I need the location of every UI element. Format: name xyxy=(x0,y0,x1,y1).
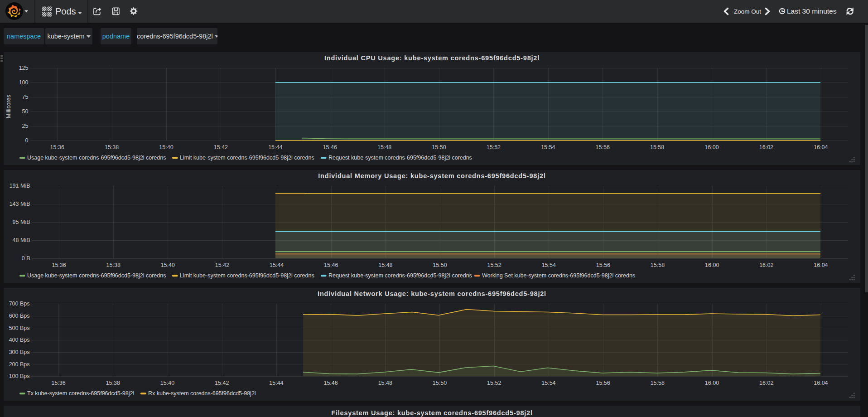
svg-text:15:44: 15:44 xyxy=(268,144,282,150)
svg-text:15:36: 15:36 xyxy=(51,380,65,386)
svg-text:15:44: 15:44 xyxy=(269,380,283,386)
svg-text:Limit kube-system coredns-695f: Limit kube-system coredns-695f96dcd5-98j… xyxy=(180,155,314,161)
svg-text:Rx kube-system coredns-695f96d: Rx kube-system coredns-695f96dcd5-98j2l xyxy=(148,390,256,397)
svg-text:Working Set kube-system coredn: Working Set kube-system coredns-695f96dc… xyxy=(482,272,635,279)
svg-text:Individual Network Usage: kube: Individual Network Usage: kube-system co… xyxy=(318,290,546,297)
svg-text:100: 100 xyxy=(19,79,29,86)
svg-text:16:02: 16:02 xyxy=(759,144,773,150)
svg-text:16:04: 16:04 xyxy=(814,262,828,268)
svg-text:15:46: 15:46 xyxy=(323,144,337,150)
svg-text:Request kube-system coredns-69: Request kube-system coredns-695f96dcd5-9… xyxy=(328,155,472,161)
svg-text:15:40: 15:40 xyxy=(160,380,174,386)
svg-text:15:40: 15:40 xyxy=(159,144,173,150)
svg-text:191 MiB: 191 MiB xyxy=(10,183,30,189)
svg-text:15:46: 15:46 xyxy=(323,380,338,386)
svg-text:Usage kube-system coredns-695f: Usage kube-system coredns-695f96dcd5-98j… xyxy=(27,272,166,279)
svg-text:15:56: 15:56 xyxy=(596,380,610,386)
svg-text:48 MiB: 48 MiB xyxy=(13,237,30,243)
svg-text:100 Bps: 100 Bps xyxy=(9,373,30,379)
svg-text:15:38: 15:38 xyxy=(105,144,119,150)
svg-text:15:44: 15:44 xyxy=(270,262,284,268)
svg-text:15:58: 15:58 xyxy=(651,262,665,268)
svg-text:15:42: 15:42 xyxy=(214,144,228,150)
svg-text:15:46: 15:46 xyxy=(324,262,338,268)
svg-text:15:50: 15:50 xyxy=(433,380,447,386)
svg-text:15:52: 15:52 xyxy=(487,144,501,150)
svg-text:15:50: 15:50 xyxy=(433,262,447,268)
svg-text:15:40: 15:40 xyxy=(161,262,175,268)
svg-text:500 Bps: 500 Bps xyxy=(9,325,30,331)
svg-text:Individual CPU Usage: kube-sys: Individual CPU Usage: kube-system coredn… xyxy=(324,54,540,62)
svg-text:15:54: 15:54 xyxy=(541,380,555,386)
svg-text:16:00: 16:00 xyxy=(705,380,719,386)
svg-text:Filesystem Usage: kube-system: Filesystem Usage: kube-system coredns-69… xyxy=(331,409,533,417)
svg-text:125: 125 xyxy=(19,65,29,71)
svg-text:15:48: 15:48 xyxy=(378,380,392,386)
svg-text:15:54: 15:54 xyxy=(542,262,556,268)
svg-text:15:52: 15:52 xyxy=(487,380,501,386)
svg-text:16:04: 16:04 xyxy=(814,380,828,386)
svg-text:16:00: 16:00 xyxy=(704,144,719,150)
svg-text:Zoom Out: Zoom Out xyxy=(734,8,761,15)
svg-text:700 Bps: 700 Bps xyxy=(9,301,30,307)
svg-text:16:02: 16:02 xyxy=(759,262,773,268)
svg-text:0: 0 xyxy=(25,137,29,144)
svg-text:Request kube-system coredns-69: Request kube-system coredns-695f96dcd5-9… xyxy=(328,272,472,279)
svg-text:Usage kube-system coredns-695f: Usage kube-system coredns-695f96dcd5-98j… xyxy=(27,155,166,161)
svg-text:25: 25 xyxy=(22,123,29,129)
svg-text:15:50: 15:50 xyxy=(432,144,446,150)
svg-text:15:56: 15:56 xyxy=(596,262,610,268)
svg-text:600 Bps: 600 Bps xyxy=(9,313,30,319)
svg-text:50: 50 xyxy=(22,108,29,115)
svg-text:Tx kube-system coredns-695f96d: Tx kube-system coredns-695f96dcd5-98j2l xyxy=(27,390,134,397)
svg-text:16:04: 16:04 xyxy=(814,144,828,150)
svg-text:143 MiB: 143 MiB xyxy=(10,201,30,207)
svg-text:75: 75 xyxy=(22,94,29,100)
svg-text:0 B: 0 B xyxy=(22,255,30,262)
svg-text:15:56: 15:56 xyxy=(596,144,610,150)
svg-text:15:38: 15:38 xyxy=(106,380,120,386)
svg-text:16:02: 16:02 xyxy=(759,380,773,386)
svg-text:Limit kube-system coredns-695f: Limit kube-system coredns-695f96dcd5-98j… xyxy=(180,272,314,279)
svg-text:15:48: 15:48 xyxy=(378,262,392,268)
svg-text:15:36: 15:36 xyxy=(50,144,64,150)
svg-text:400 Bps: 400 Bps xyxy=(9,337,30,343)
svg-text:15:38: 15:38 xyxy=(106,262,121,268)
svg-text:15:58: 15:58 xyxy=(650,144,664,150)
svg-text:15:54: 15:54 xyxy=(541,144,555,150)
svg-text:Individual Memory Usage: kube-: Individual Memory Usage: kube-system cor… xyxy=(318,172,546,179)
svg-text:95 MiB: 95 MiB xyxy=(13,219,30,225)
svg-text:Last 30 minutes: Last 30 minutes xyxy=(787,7,837,15)
svg-text:Pods: Pods xyxy=(55,6,76,16)
svg-text:300 Bps: 300 Bps xyxy=(9,349,30,355)
svg-text:15:42: 15:42 xyxy=(215,380,229,386)
svg-text:200 Bps: 200 Bps xyxy=(9,361,30,368)
svg-text:15:52: 15:52 xyxy=(487,262,501,268)
svg-text:Millicores: Millicores xyxy=(5,95,12,118)
svg-text:15:48: 15:48 xyxy=(377,144,391,150)
svg-text:15:58: 15:58 xyxy=(651,380,665,386)
svg-text:15:42: 15:42 xyxy=(215,262,229,268)
svg-text:16:00: 16:00 xyxy=(705,262,719,268)
svg-text:15:36: 15:36 xyxy=(52,262,66,268)
